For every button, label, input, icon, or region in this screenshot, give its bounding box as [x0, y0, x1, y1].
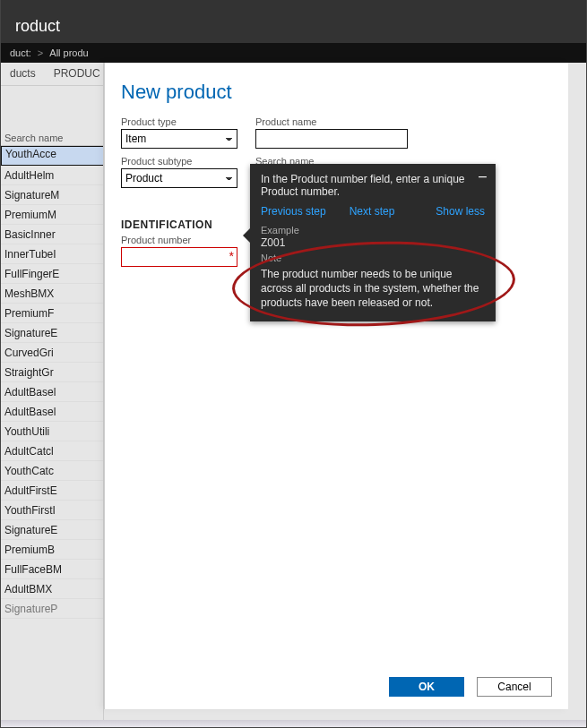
show-less-link[interactable]: Show less — [436, 205, 485, 218]
table-row[interactable]: SignatureE — [1, 520, 103, 540]
table-row[interactable]: StraightGr — [1, 363, 103, 382]
cancel-button[interactable]: Cancel — [477, 677, 552, 697]
table-row[interactable]: YouthAcce — [1, 146, 104, 166]
chevron-right-icon: > — [35, 47, 46, 58]
new-product-dialog: New product Product type Item Product na… — [104, 63, 568, 709]
table-row[interactable]: AdultFirstE — [1, 481, 103, 501]
product-name-input[interactable] — [255, 129, 408, 149]
tooltip-pointer-icon — [243, 228, 250, 243]
breadcrumb-part[interactable]: All produ — [46, 47, 91, 58]
product-number-input[interactable] — [121, 247, 237, 267]
grid-column-header[interactable]: Search name — [1, 131, 103, 146]
table-row[interactable]: AdultHelm — [1, 166, 103, 185]
table-row[interactable]: FullFaceBM — [1, 560, 103, 579]
tooltip-instruction: In the Product number field, enter a uni… — [261, 173, 485, 198]
table-row[interactable]: PremiumF — [1, 304, 103, 323]
table-row[interactable]: YouthFirstI — [1, 501, 103, 520]
product-subtype-select[interactable]: Product — [121, 168, 237, 188]
table-row[interactable]: FullFingerE — [1, 264, 103, 284]
identification-section-header: IDENTIFICATION — [121, 218, 237, 231]
app-title: roduct — [15, 17, 60, 43]
note-label: Note — [261, 253, 485, 263]
table-row[interactable]: SignatureE — [1, 323, 103, 343]
tab-products[interactable]: ducts — [1, 63, 45, 85]
ok-button[interactable]: OK — [389, 677, 464, 697]
table-row[interactable]: AdultBasel — [1, 402, 103, 422]
product-name-label: Product name — [255, 116, 408, 127]
task-recorder-tooltip: – In the Product number field, enter a u… — [250, 164, 496, 321]
table-row[interactable]: InnerTubeI — [1, 244, 103, 264]
note-text: The product number needs to be unique ac… — [261, 267, 485, 311]
table-row[interactable]: PremiumM — [1, 205, 103, 225]
product-subtype-label: Product subtype — [121, 156, 237, 167]
table-row[interactable]: AdultBMX — [1, 579, 103, 599]
footer-shadow — [1, 720, 586, 727]
table-row[interactable]: AdultBasel — [1, 382, 103, 402]
tab-product[interactable]: PRODUC — [45, 63, 104, 85]
product-number-label: Product number — [121, 235, 237, 245]
table-row[interactable]: SignatureM — [1, 185, 103, 205]
table-row[interactable]: CurvedGri — [1, 343, 103, 363]
table-row[interactable]: PremiumB — [1, 540, 103, 560]
breadcrumb-part[interactable]: duct: — [6, 47, 35, 58]
table-row[interactable]: YouthUtili — [1, 422, 103, 441]
table-row[interactable]: SignatureP — [1, 599, 103, 619]
breadcrumb: duct: > All produ — [1, 43, 586, 63]
title-bar: roduct — [1, 0, 586, 43]
tab-strip: ducts PRODUC — [1, 63, 103, 86]
table-row[interactable]: MeshBMX — [1, 284, 103, 304]
product-type-label: Product type — [121, 116, 237, 127]
example-label: Example — [261, 225, 485, 236]
grid-body: YouthAcceAdultHelmSignatureMPremiumMBasi… — [1, 146, 103, 619]
collapse-icon[interactable]: – — [479, 169, 487, 184]
table-row[interactable]: BasicInner — [1, 225, 103, 244]
dialog-title: New product — [121, 81, 552, 104]
table-row[interactable]: YouthCatc — [1, 461, 103, 481]
previous-step-link[interactable]: Previous step — [261, 205, 326, 218]
product-grid-panel: ducts PRODUC Search name YouthAcceAdultH… — [1, 63, 104, 727]
next-step-link[interactable]: Next step — [350, 205, 395, 218]
table-row[interactable]: AdultCatcl — [1, 441, 103, 461]
product-type-select[interactable]: Item — [121, 129, 237, 149]
example-value: Z001 — [261, 236, 485, 249]
required-icon: * — [229, 249, 234, 263]
